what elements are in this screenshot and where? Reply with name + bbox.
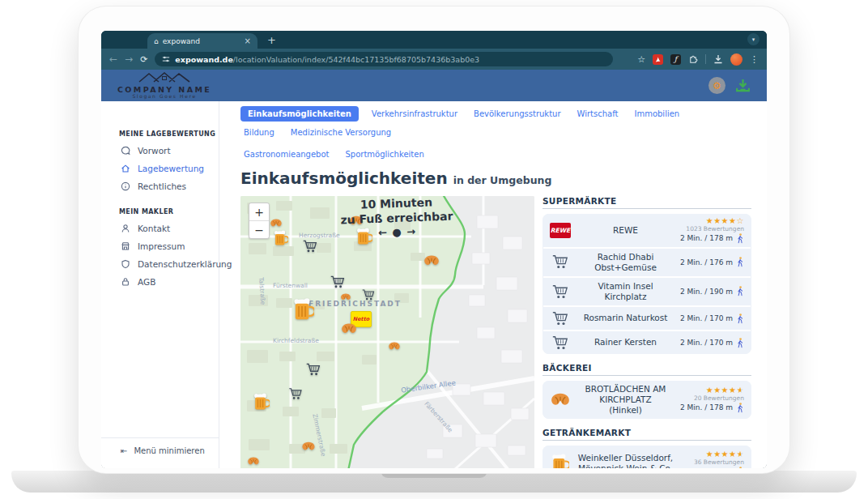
tab-list-chevron-icon[interactable]: ▾ xyxy=(747,33,760,45)
cart-icon xyxy=(550,284,571,299)
tab-gastronomieangebot[interactable]: Gastronomieangebot xyxy=(240,147,333,161)
supermarkets-card: REWE REWE ★★★★☆ 1023 Bewertungen 2 Min. … xyxy=(542,214,751,354)
result-row[interactable]: Vitamin Insel Kirchplatz 2 Min. / 190 m xyxy=(542,278,751,305)
site-header: COMPANY NAME Slogan Goes Here ⚙ xyxy=(101,70,767,101)
url-bar[interactable]: expowand.de/locationValuation/index/542f… xyxy=(155,52,613,66)
section-title-baeckerei: BÄCKEREI xyxy=(542,363,751,376)
sidebar-item-label: Datenschutzerklärung xyxy=(138,259,232,269)
tab-close-icon[interactable]: × xyxy=(245,36,251,45)
lock-icon xyxy=(121,277,130,287)
sidebar-item-kontakt[interactable]: Kontakt xyxy=(101,220,219,237)
page-subtitle: in der Umgebung xyxy=(453,174,552,186)
download-report-icon[interactable] xyxy=(735,79,751,93)
tab-sportmoeglichkeiten[interactable]: Sportmöglichkeiten xyxy=(343,147,428,161)
cart-icon xyxy=(550,254,571,269)
new-tab-button[interactable]: + xyxy=(267,35,276,45)
browser-menu-icon[interactable]: ⋮ xyxy=(750,54,759,65)
tab-title: expowand xyxy=(163,37,240,45)
speech-bubble-icon xyxy=(121,146,130,156)
walking-icon xyxy=(736,286,744,296)
home-icon: ⌂ xyxy=(154,37,159,45)
sidebar-item-impressum[interactable]: Impressum xyxy=(101,237,219,255)
result-row[interactable]: Rainer Kersten 2 Min. / 170 m xyxy=(542,331,751,354)
map-marker-beer[interactable] xyxy=(274,230,288,250)
map-marker-cart[interactable] xyxy=(303,240,317,257)
map-marker-pretzel[interactable] xyxy=(423,254,440,271)
cart-icon xyxy=(550,311,571,326)
map-marker-cart[interactable] xyxy=(306,363,321,380)
rating-stars: ★★★★☆ xyxy=(706,217,744,225)
reload-icon[interactable]: ⟳ xyxy=(140,55,147,64)
result-row[interactable]: Rachid Dhabi Obst+Gemüse 2 Min. / 176 m xyxy=(542,249,751,276)
distance: 2 Min. / 190 m xyxy=(680,288,733,296)
walking-icon xyxy=(736,403,744,413)
tab-wirtschaft[interactable]: Wirtschaft xyxy=(574,107,622,121)
bakery-card: BROTLÄDCHEN AM KIRCHPLATZ(Hinkel) ★★★★★ … xyxy=(542,381,751,419)
tab-verkehrsinfrastruktur[interactable]: Verkehrsinfrastruktur xyxy=(368,107,461,121)
sidebar-item-datenschutz[interactable]: Datenschutzerklärung xyxy=(101,255,219,273)
pdf-extension-icon[interactable] xyxy=(653,54,663,65)
collapse-menu-button[interactable]: ⇤ Menü minimieren xyxy=(101,437,219,468)
tab-bildung[interactable]: Bildung xyxy=(240,126,278,139)
result-row[interactable]: Rosmarin Naturkost 2 Min. / 170 m xyxy=(542,307,751,330)
forward-icon[interactable]: → xyxy=(125,54,133,64)
map-marker-pretzel[interactable] xyxy=(341,322,358,339)
tab-medizinische-versorgung[interactable]: Medizinische Versorgung xyxy=(287,126,394,139)
bookmark-star-icon[interactable]: ☆ xyxy=(637,54,645,65)
result-row-rewe[interactable]: REWE REWE ★★★★☆ 1023 Bewertungen 2 Min. … xyxy=(542,214,751,247)
sidebar-item-label: AGB xyxy=(138,277,155,287)
map-marker-pretzel[interactable] xyxy=(247,454,260,469)
sidebar-item-agb[interactable]: AGB xyxy=(101,273,219,291)
rating-stars: ★★★★★ xyxy=(706,386,744,395)
sidebar-item-rechtliches[interactable]: Rechtliches xyxy=(101,177,219,195)
result-name: REWE xyxy=(577,225,674,236)
map-marker-beer[interactable] xyxy=(293,298,314,325)
extensions-puzzle-icon[interactable] xyxy=(688,54,698,64)
downloads-icon[interactable] xyxy=(713,54,723,64)
map-marker-pretzel[interactable] xyxy=(270,216,283,232)
storefront-icon xyxy=(121,241,130,251)
gear-icon: ⚙ xyxy=(713,80,721,92)
sidebar-section-makler: MEIN MAKLER xyxy=(119,208,219,215)
map-zoom-in-button[interactable]: + xyxy=(249,203,269,221)
map-marker-cart[interactable] xyxy=(362,289,375,305)
toolbar-actions: ☆ ƒ ⋮ xyxy=(637,53,759,66)
page-title: Einkaufsmöglichkeiten in der Umgebung xyxy=(240,168,749,188)
site-settings-icon[interactable] xyxy=(162,55,170,63)
map-marker-pretzel[interactable] xyxy=(340,289,351,305)
result-name: Vitamin Insel Kirchplatz xyxy=(577,281,674,302)
map-marker-pretzel[interactable] xyxy=(301,440,316,455)
user-settings-avatar[interactable]: ⚙ xyxy=(708,77,725,94)
laptop-bezel: ⌂ expowand × + ▾ ← → ⟳ expowand.de/locat… xyxy=(79,6,789,473)
browser-toolbar: ← → ⟳ expowand.de/locationValuation/inde… xyxy=(101,49,767,70)
rewe-logo: REWE xyxy=(550,223,571,238)
company-logo[interactable]: COMPANY NAME Slogan Goes Here xyxy=(117,71,211,100)
map-marker-beer[interactable] xyxy=(253,393,270,414)
sidebar-item-vorwort[interactable]: Vorwort xyxy=(101,142,219,160)
laptop-base xyxy=(11,471,857,493)
url-domain: expowand.de xyxy=(175,55,233,64)
sidebar-item-lagebewertung[interactable]: Lagebewertung xyxy=(101,160,219,177)
sidebar-section-lagebewertung: MEINE LAGEBEWERTUNG xyxy=(119,130,219,138)
tab-immobilien[interactable]: Immobilien xyxy=(631,107,683,121)
home-icon xyxy=(121,164,130,173)
profile-avatar[interactable] xyxy=(730,53,742,66)
tab-bevoelkerungsstruktur[interactable]: Bevölkerungsstruktur xyxy=(470,107,564,121)
web-page: COMPANY NAME Slogan Goes Here ⚙ MEINE LA… xyxy=(101,70,767,468)
map[interactable]: + − 10 Minuten zu Fuß erreichbar ← ● → F… xyxy=(240,196,534,468)
sidebar-item-label: Kontakt xyxy=(138,224,170,233)
walking-icon xyxy=(736,313,744,324)
main-content: Einkaufsmöglichkeiten Verkehrsinfrastruk… xyxy=(219,101,767,468)
map-zoom-out-button[interactable]: − xyxy=(249,221,269,238)
map-zoom-control: + − xyxy=(249,203,270,239)
pretzel-icon xyxy=(550,392,571,408)
tab-einkaufsmoeglichkeiten[interactable]: Einkaufsmöglichkeiten xyxy=(240,106,359,122)
map-marker-pretzel[interactable] xyxy=(388,339,401,355)
result-row-bakery[interactable]: BROTLÄDCHEN AM KIRCHPLATZ(Hinkel) ★★★★★ … xyxy=(542,381,751,419)
back-icon[interactable]: ← xyxy=(109,54,117,64)
map-marker-cart[interactable] xyxy=(289,387,303,403)
map-annotation: 10 Minuten zu Fuß erreichbar ← ● → xyxy=(323,196,470,241)
browser-tab[interactable]: ⌂ expowand × xyxy=(147,33,257,49)
dark-extension-icon[interactable]: ƒ xyxy=(670,54,681,65)
result-row-drinks[interactable]: Weinkeller Düsseldorf,Mövenpick Wein & C… xyxy=(542,446,751,468)
